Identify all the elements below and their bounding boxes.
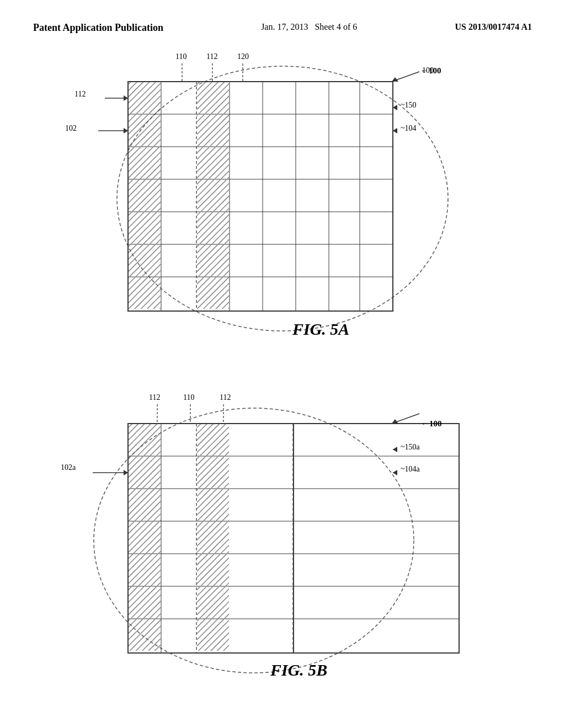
label-102a-5b: 102a xyxy=(61,463,76,472)
fig5a-caption: FIG. 5A xyxy=(292,320,349,339)
fig5a-arrowhead-102 xyxy=(124,128,128,133)
sheet-label: Sheet 4 of 6 xyxy=(315,22,357,31)
label-112-left-5a: 112 xyxy=(74,90,86,99)
label-150a-5b: ~150a xyxy=(401,443,420,452)
fig5b-hatch-r6c1 xyxy=(129,587,161,618)
fig5b-arrow-100 xyxy=(392,414,419,424)
fig5a-hatch-r4c1 xyxy=(129,180,161,211)
fig5a-hatch-r5c1 xyxy=(129,212,161,244)
fig5b-arrowhead-150a xyxy=(393,447,397,452)
label-104a-5b: ~104a xyxy=(401,465,420,474)
label-112a-5b: 112 xyxy=(149,393,160,402)
date-sheet-label: Jan. 17, 2013 Sheet 4 of 6 xyxy=(261,22,357,32)
fig5b-hatch-r7c3 xyxy=(197,619,229,651)
fig5a-hatch-r1c3 xyxy=(197,82,229,114)
label-112b-5b: 112 xyxy=(220,393,231,402)
label-120-5a: 120 xyxy=(237,52,249,61)
fig5a-hatch-r7c1 xyxy=(129,277,161,309)
fig5b-hatch-r5c3 xyxy=(197,554,229,586)
label-112-top-5a: 112 xyxy=(206,52,217,61)
fig5b-caption: FIG. 5B xyxy=(270,661,327,679)
fig5a-arrowhead-150 xyxy=(393,105,397,110)
fig5b-right-border xyxy=(294,424,459,653)
fig5b-outer-oval xyxy=(94,408,414,673)
fig5a-arrowhead-112left xyxy=(124,95,128,101)
fig5b-hatch-r1c3 xyxy=(197,424,229,456)
label-150-5a: ~150 xyxy=(401,101,417,110)
fig5b-grid-border xyxy=(128,424,294,653)
fig5b-hatch-r2c1 xyxy=(129,457,161,488)
diagram-overlay xyxy=(0,0,565,728)
date-label: Jan. 17, 2013 xyxy=(261,22,308,31)
fig5a-hatch-r3c1 xyxy=(129,147,161,179)
fig5b-arrowhead-104a xyxy=(393,470,397,475)
fig5b-hatch-r6c3 xyxy=(197,587,229,618)
fig5b-hatch-r2c3 xyxy=(197,457,229,488)
fig5b-hatch-r3c3 xyxy=(197,489,229,521)
label-100-5a: ←100 xyxy=(421,419,442,429)
fig5a-arrow-100 xyxy=(392,72,419,82)
label-110-5a: 110 xyxy=(175,52,186,61)
fig5a-hatch-r6c1 xyxy=(129,245,161,276)
fig5b-hatch-r7c1 xyxy=(129,619,161,651)
fig5a-hatch-r5c3 xyxy=(197,212,229,244)
fig5a-outer-oval xyxy=(117,66,448,331)
ref100-label-5a: 100 xyxy=(422,66,434,75)
fig5a-hatch-r2c1 xyxy=(129,115,161,146)
fig5b-hatch-r3c1 xyxy=(129,489,161,521)
fig5a-hatch-r4c3 xyxy=(197,180,229,211)
publication-label: Patent Application Publication xyxy=(33,22,163,34)
label-110-5b: 110 xyxy=(183,393,194,402)
fig5a-hatch-r7c3 xyxy=(197,277,229,309)
page-header: Patent Application Publication Jan. 17, … xyxy=(0,0,565,34)
fig5b-hatch-r4c3 xyxy=(197,522,229,553)
fig5b-arrowhead-100 xyxy=(392,419,398,424)
fig5b-arrowhead-102a xyxy=(124,470,128,475)
label-102-5a: 102 xyxy=(65,124,77,133)
fig5a-grid-border xyxy=(128,82,393,311)
fig5a-arrowhead-100 xyxy=(392,77,398,82)
fig5a-hatch-r3c3 xyxy=(197,147,229,179)
fig5a-hatch-r6c3 xyxy=(197,245,229,276)
fig5a-hatch-r2c3 xyxy=(197,115,229,146)
label-104-5a: ~104 xyxy=(401,124,417,133)
fig5a-arrowhead-104 xyxy=(393,128,397,133)
fig5b-hatch-r5c1 xyxy=(129,554,161,586)
patent-number-label: US 2013/0017474 A1 xyxy=(455,22,532,32)
fig5b-hatch-r1c1 xyxy=(129,424,161,456)
fig5b-hatch-r4c1 xyxy=(129,522,161,553)
fig5a-hatch-r1c1 xyxy=(129,82,161,114)
